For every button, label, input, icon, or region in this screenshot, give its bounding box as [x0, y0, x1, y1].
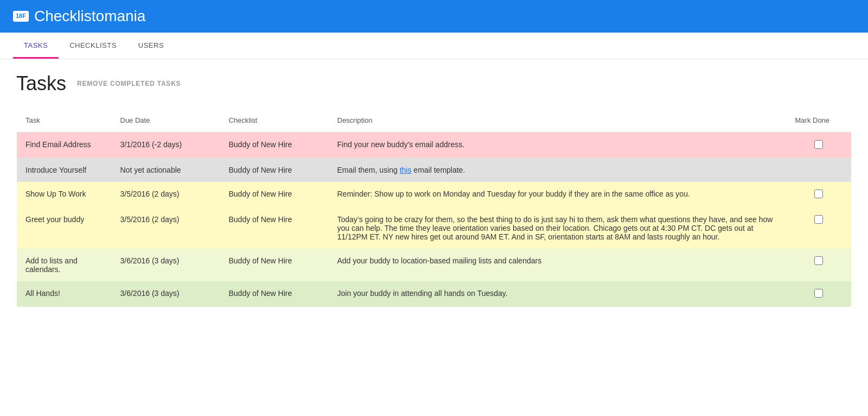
description: Add your buddy to location-based mailing… — [329, 249, 787, 281]
task-name: Add to lists and calendars. — [17, 249, 112, 281]
tab-tasks[interactable]: TASKS — [13, 33, 59, 59]
due-date: 3/6/2016 (3 days) — [112, 249, 220, 281]
task-name: Find Email Address — [17, 133, 112, 159]
due-date: Not yet actionable — [112, 158, 220, 182]
col-header-checklist: Checklist — [220, 109, 329, 133]
app-name: Checklistomania — [34, 8, 145, 25]
table-row: Find Email Address 3/1/2016 (-2 days) Bu… — [17, 133, 852, 159]
col-header-description: Description — [329, 109, 787, 133]
mark-done-checkbox[interactable] — [814, 140, 823, 149]
logo-badge: 18F — [13, 11, 29, 21]
description-post: email template. — [411, 166, 465, 174]
mark-done-cell — [787, 182, 852, 207]
mark-done-cell — [787, 281, 852, 307]
table-row: All Hands! 3/6/2016 (3 days) Buddy of Ne… — [17, 281, 852, 307]
tab-checklists[interactable]: CHECKLISTS — [59, 33, 127, 59]
description: Reminder: Show up to work on Monday and … — [329, 182, 787, 207]
app-header: 18F Checklistomania — [0, 0, 868, 33]
task-name: Introduce Yourself — [17, 158, 112, 182]
table-row: Add to lists and calendars. 3/6/2016 (3 … — [17, 249, 852, 281]
page-title: Tasks — [16, 72, 66, 95]
task-name: Show Up To Work — [17, 182, 112, 207]
description-link[interactable]: this — [400, 166, 412, 174]
due-date: 3/6/2016 (3 days) — [112, 281, 220, 307]
due-date: 3/1/2016 (-2 days) — [112, 133, 220, 159]
tasks-table: Task Due Date Checklist Description Mark… — [16, 108, 852, 307]
description: Today’s going to be crazy for them, so t… — [329, 207, 787, 249]
page-content: Tasks REMOVE COMPLETED TASKS Task Due Da… — [0, 59, 868, 320]
checklist-name: Buddy of New Hire — [220, 281, 329, 307]
table-header-row: Task Due Date Checklist Description Mark… — [17, 109, 852, 133]
table-row: Show Up To Work 3/5/2016 (2 days) Buddy … — [17, 182, 852, 207]
mark-done-checkbox[interactable] — [814, 190, 823, 198]
logo: 18F Checklistomania — [13, 8, 145, 25]
mark-done-checkbox[interactable] — [814, 215, 823, 224]
due-date: 3/5/2016 (2 days) — [112, 207, 220, 249]
col-header-due-date: Due Date — [112, 109, 220, 133]
remove-completed-button[interactable]: REMOVE COMPLETED TASKS — [77, 80, 181, 87]
mark-done-checkbox[interactable] — [814, 256, 823, 265]
mark-done-cell — [787, 133, 852, 159]
tab-users[interactable]: USERS — [127, 33, 175, 59]
description: Email them, using this email template. — [329, 158, 787, 182]
checklist-name: Buddy of New Hire — [220, 158, 329, 182]
task-name: Greet your buddy — [17, 207, 112, 249]
task-name: All Hands! — [17, 281, 112, 307]
due-date: 3/5/2016 (2 days) — [112, 182, 220, 207]
col-header-task: Task — [17, 109, 112, 133]
col-header-mark-done: Mark Done — [787, 109, 852, 133]
mark-done-cell — [787, 158, 852, 182]
checklist-name: Buddy of New Hire — [220, 207, 329, 249]
mark-done-cell — [787, 249, 852, 281]
description: Join your buddy in attending all hands o… — [329, 281, 787, 307]
table-row: Greet your buddy 3/5/2016 (2 days) Buddy… — [17, 207, 852, 249]
checklist-name: Buddy of New Hire — [220, 249, 329, 281]
table-row: Introduce Yourself Not yet actionable Bu… — [17, 158, 852, 182]
checklist-name: Buddy of New Hire — [220, 182, 329, 207]
mark-done-checkbox[interactable] — [814, 289, 823, 298]
description: Find your new buddy's email address. — [329, 133, 787, 159]
description-pre: Email them, using — [337, 166, 400, 174]
mark-done-cell — [787, 207, 852, 249]
checklist-name: Buddy of New Hire — [220, 133, 329, 159]
main-nav: TASKS CHECKLISTS USERS — [0, 33, 868, 59]
page-header: Tasks REMOVE COMPLETED TASKS — [16, 72, 852, 95]
